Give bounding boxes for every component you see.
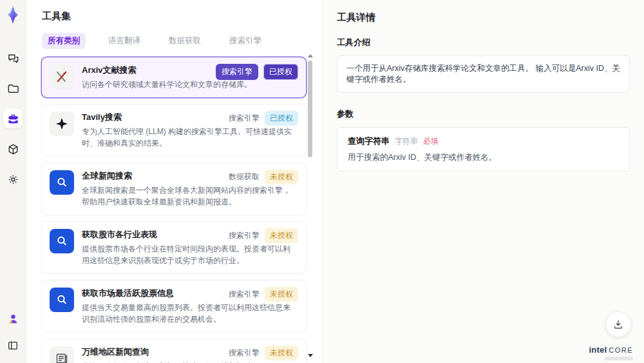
tavily-logo-icon xyxy=(50,112,74,136)
category-label: 搜索引擎 xyxy=(229,230,260,241)
rail-bottom xyxy=(3,309,23,355)
toolbox-icon xyxy=(7,113,19,125)
app-logo-icon xyxy=(5,6,21,24)
category-label: 搜索引擎 xyxy=(229,113,260,124)
intro-box: 一个用于从Arxiv存储库搜索科学论文和文章的工具。 输入可以是Arxiv ID… xyxy=(337,55,630,93)
tab-search-engine[interactable]: 搜索引擎 xyxy=(223,33,267,49)
tool-card-active-stocks[interactable]: 获取市场最活跃股票信息 提供当天交易量最高的股票列表。投资者可以利用这些信息来识… xyxy=(42,280,306,332)
auth-status-badge: 未授权 xyxy=(265,228,298,243)
param-card: 查询字符串 字符串 必填 用于搜索的Arxiv ID、关键字或作者姓名。 xyxy=(337,127,630,172)
stock-search-icon xyxy=(50,288,74,312)
category-label: 搜索引擎 xyxy=(229,289,260,300)
tool-desc: 提供当天交易量最高的股票列表。投资者可以利用这些信息来识别流动性强的股票和潜在的… xyxy=(82,302,297,325)
auth-status-badge[interactable]: 已授权 xyxy=(263,64,298,80)
params-heading: 参数 xyxy=(337,108,630,120)
tab-data-fetching[interactable]: 数据获取 xyxy=(163,33,207,49)
tool-card-arxiv[interactable]: Arxiv文献搜索 访问各个研究领域大量科学论文和文章的存储库。 搜索引擎 已授… xyxy=(42,57,306,97)
stock-search-icon xyxy=(50,229,74,253)
auth-status-badge: 未授权 xyxy=(265,287,298,302)
tool-list: Arxiv文献搜索 访问各个研究领域大量科学论文和文章的存储库。 搜索引擎 已授… xyxy=(42,57,306,363)
details-title: 工具详情 xyxy=(337,12,630,24)
param-required-flag: 必填 xyxy=(423,136,439,147)
sidebar-item-files[interactable] xyxy=(3,79,23,98)
tool-card-tavily[interactable]: Tavily搜索 专为人工智能代理 (LLM) 构建的搜索引擎工具。可快速提供实… xyxy=(42,104,306,156)
tool-desc: 查询具体行政区划内的新闻，快速了解各地新闻动 xyxy=(82,360,297,363)
scroll-up-arrow[interactable] xyxy=(308,54,313,57)
tool-details-panel: 工具详情 工具介绍 一个用于从Arxiv存储库搜索科学论文和文章的工具。 输入可… xyxy=(322,0,644,363)
download-button[interactable] xyxy=(605,311,631,337)
tool-card-sector-performance[interactable]: 获取股市各行业表现 提供股票市场各个行业在特定时间段内的表现。投资者可以利用这些… xyxy=(42,222,306,273)
download-icon xyxy=(612,319,624,330)
tool-desc: 提供股票市场各个行业在特定时间段内的表现。投资者可以利用这些信息来识别表现优于或… xyxy=(82,243,297,266)
scroll-down-arrow[interactable] xyxy=(308,354,313,357)
arxiv-logo-icon xyxy=(50,64,74,89)
tool-card-regional-news[interactable]: 万维地区新闻查询 查询具体行政区划内的新闻，快速了解各地新闻动 搜索引擎 未授权 xyxy=(42,339,306,363)
category-badge[interactable]: 搜索引擎 xyxy=(216,64,258,80)
user-icon xyxy=(7,313,19,325)
intel-core-logo: intel CORE xyxy=(589,345,633,355)
rail-nav xyxy=(3,48,23,189)
auth-status-badge: 未授权 xyxy=(265,346,298,360)
cube-icon xyxy=(7,143,19,155)
brand-intel-text: intel xyxy=(589,345,607,355)
tool-desc: 访问各个研究领域大量科学论文和文章的存储库。 xyxy=(82,79,297,90)
sidebar-item-chat[interactable] xyxy=(3,48,23,68)
brand-sub-mark xyxy=(605,357,633,360)
user-avatar[interactable] xyxy=(3,309,23,328)
newspaper-icon xyxy=(50,346,74,363)
auth-status-badge: 已授权 xyxy=(265,111,298,126)
news-search-icon xyxy=(50,170,74,195)
category-label: 搜索引擎 xyxy=(229,348,260,358)
app-window: 工具集 所有类别 语言翻译 数据获取 搜索引擎 Arxiv文献搜索 访问 xyxy=(0,0,644,363)
category-tabs: 所有类别 语言翻译 数据获取 搜索引擎 xyxy=(42,33,307,49)
brand-core-text: CORE xyxy=(609,346,633,354)
sidebar-item-tools[interactable] xyxy=(3,109,23,128)
sidebar-item-plugins[interactable] xyxy=(3,139,23,159)
param-name: 查询字符串 xyxy=(348,135,390,147)
chat-icon xyxy=(7,52,19,64)
tool-desc: 专为人工智能代理 (LLM) 构建的搜索引擎工具。可快速提供实时、准确和真实的结… xyxy=(82,126,297,149)
tool-desc: 全球新闻搜索是一个聚合全球各大新闻网站内容的搜索引擎，帮助用户快速获取全球最新资… xyxy=(82,184,297,208)
page-title: 工具集 xyxy=(42,10,307,23)
scrollbar-thumb[interactable] xyxy=(308,61,312,157)
category-label: 数据获取 xyxy=(229,172,260,182)
auth-status-badge: 未授权 xyxy=(265,170,298,184)
tab-all-categories[interactable]: 所有类别 xyxy=(42,33,86,49)
sidebar-item-settings[interactable] xyxy=(3,170,23,189)
tool-list-panel: 工具集 所有类别 语言翻译 数据获取 搜索引擎 Arxiv文献搜索 访问 xyxy=(26,0,322,363)
tool-card-global-news[interactable]: 全球新闻搜索 全球新闻搜索是一个聚合全球各大新闻网站内容的搜索引擎，帮助用户快速… xyxy=(42,163,306,215)
intro-heading: 工具介绍 xyxy=(337,37,630,48)
tab-language-translation[interactable]: 语言翻译 xyxy=(102,33,146,49)
left-rail xyxy=(0,0,26,363)
param-desc: 用于搜索的Arxiv ID、关键字或作者姓名。 xyxy=(348,152,619,163)
gear-icon xyxy=(7,173,19,186)
panel-toggle-icon xyxy=(7,340,19,351)
list-scrollbar[interactable] xyxy=(307,54,314,357)
param-type: 字符串 xyxy=(395,136,418,147)
folder-icon xyxy=(7,83,19,95)
collapse-panel-button[interactable] xyxy=(3,336,23,355)
